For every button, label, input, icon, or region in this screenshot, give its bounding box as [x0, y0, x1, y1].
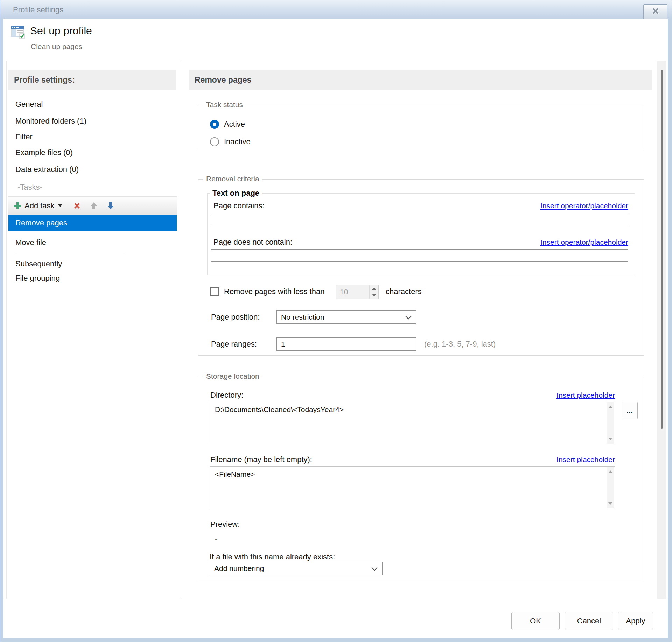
- removal-criteria-legend: Removal criteria: [203, 175, 262, 183]
- spinner-buttons: [369, 285, 378, 299]
- directory-textarea[interactable]: D:\Documents\Cleaned\<TodaysYear4>: [210, 402, 615, 444]
- window-title: Profile settings: [13, 0, 63, 19]
- page-position-dropdown[interactable]: No restriction: [276, 310, 416, 324]
- directory-value: D:\Documents\Cleaned\<TodaysYear4>: [215, 405, 344, 414]
- spinner-up-icon[interactable]: [370, 285, 378, 292]
- sidebar-item-example-files[interactable]: Example files (0): [15, 147, 73, 158]
- apply-button[interactable]: Apply: [618, 612, 653, 630]
- page-ranges-label: Page ranges:: [211, 339, 257, 349]
- page-title: Set up profile: [30, 23, 92, 39]
- radio-inactive[interactable]: [210, 137, 219, 146]
- min-chars-label[interactable]: Remove pages with less than: [224, 286, 324, 297]
- sidebar-heading: Profile settings:: [8, 70, 176, 90]
- close-icon: [651, 7, 660, 16]
- add-task-button[interactable]: Add task: [24, 201, 55, 210]
- text-on-page-legend: Text on page: [210, 189, 262, 198]
- scroll-down-icon[interactable]: [608, 438, 612, 440]
- page-position-label: Page position:: [211, 312, 260, 322]
- scroll-up-icon[interactable]: [608, 470, 612, 473]
- radio-inactive-label[interactable]: Inactive: [224, 137, 251, 147]
- tasks-section-label: -Tasks-: [18, 182, 42, 193]
- preview-value: -: [215, 534, 217, 544]
- exists-label: If a file with this name already exists:: [210, 552, 335, 562]
- sidebar-item-subsequently[interactable]: Subsequently: [15, 259, 62, 269]
- scroll-down-icon[interactable]: [608, 502, 612, 505]
- directory-label: Directory:: [210, 390, 243, 400]
- page-not-contains-label: Page does not contain:: [214, 237, 292, 247]
- min-chars-input[interactable]: [336, 285, 369, 299]
- page-subtitle: Clean up pages: [31, 41, 82, 52]
- min-chars-checkbox[interactable]: [210, 287, 219, 296]
- insert-placeholder-link-filename[interactable]: Insert placeholder: [490, 454, 615, 465]
- spinner-down-icon[interactable]: [370, 292, 378, 299]
- filename-scrollbar[interactable]: [607, 467, 614, 508]
- page-position-value: No restriction: [281, 313, 324, 321]
- exists-dropdown[interactable]: Add numbering: [210, 562, 383, 575]
- footer-separator: [4, 599, 668, 599]
- filename-value: <FileName>: [215, 470, 255, 479]
- ok-button[interactable]: OK: [511, 612, 560, 630]
- insert-operator-link-1[interactable]: Insert operator/placeholder: [490, 201, 628, 211]
- min-chars-spinner[interactable]: [336, 285, 379, 299]
- filename-textarea[interactable]: <FileName>: [210, 466, 615, 509]
- insert-placeholder-link-directory[interactable]: Insert placeholder: [490, 390, 615, 400]
- insert-operator-link-2[interactable]: Insert operator/placeholder: [490, 237, 628, 247]
- add-icon[interactable]: [13, 202, 22, 210]
- radio-active-label[interactable]: Active: [224, 119, 245, 130]
- close-button[interactable]: [643, 4, 667, 19]
- panel-separator: [181, 61, 181, 599]
- sidebar-item-filter[interactable]: Filter: [15, 132, 33, 142]
- panel-top-border: [6, 61, 666, 61]
- chevron-down-icon: [372, 565, 378, 571]
- delete-task-icon[interactable]: [73, 202, 81, 210]
- page-ranges-input[interactable]: [276, 337, 416, 351]
- profile-window-icon: [10, 25, 26, 39]
- main-scrollbar-track[interactable]: [657, 61, 666, 599]
- titlebar: Profile settings: [0, 0, 672, 19]
- main-heading: Remove pages: [189, 70, 652, 90]
- tasks-toolbar: Add task: [8, 196, 177, 215]
- scroll-up-icon[interactable]: [608, 406, 612, 408]
- browse-directory-button[interactable]: ...: [622, 402, 638, 419]
- task-status-legend: Task status: [203, 100, 246, 109]
- sidebar-divider: [16, 253, 124, 253]
- sidebar-item-data-extraction[interactable]: Data extraction (0): [15, 164, 79, 175]
- page-contains-input[interactable]: [211, 214, 628, 226]
- task-status-group: Task status: [198, 105, 644, 151]
- preview-label: Preview:: [210, 519, 240, 530]
- move-down-icon[interactable]: [106, 202, 115, 210]
- page-contains-label: Page contains:: [214, 201, 265, 211]
- panel-left-border: [6, 61, 7, 599]
- directory-scrollbar[interactable]: [607, 402, 614, 444]
- storage-location-legend: Storage location: [203, 372, 262, 381]
- page-ranges-hint: (e.g. 1-3, 5, 7-9, last): [424, 339, 496, 349]
- task-item-remove-pages[interactable]: Remove pages: [8, 215, 177, 231]
- min-chars-suffix: characters: [386, 286, 422, 297]
- page-not-contains-input[interactable]: [211, 249, 628, 262]
- cancel-button[interactable]: Cancel: [565, 612, 613, 630]
- sidebar-item-general[interactable]: General: [15, 99, 43, 110]
- main-scrollbar-thumb[interactable]: [661, 70, 663, 429]
- sidebar-item-file-grouping[interactable]: File grouping: [15, 273, 60, 284]
- chevron-down-icon: [406, 314, 412, 320]
- move-up-icon[interactable]: [90, 202, 98, 210]
- sidebar-item-monitored-folders[interactable]: Monitored folders (1): [15, 116, 86, 126]
- exists-value: Add numbering: [214, 564, 264, 573]
- task-item-move-file[interactable]: Move file: [15, 237, 46, 248]
- filename-label: Filename (may be left empty):: [210, 454, 312, 465]
- radio-active[interactable]: [210, 120, 219, 129]
- add-task-caret-icon[interactable]: [58, 204, 62, 207]
